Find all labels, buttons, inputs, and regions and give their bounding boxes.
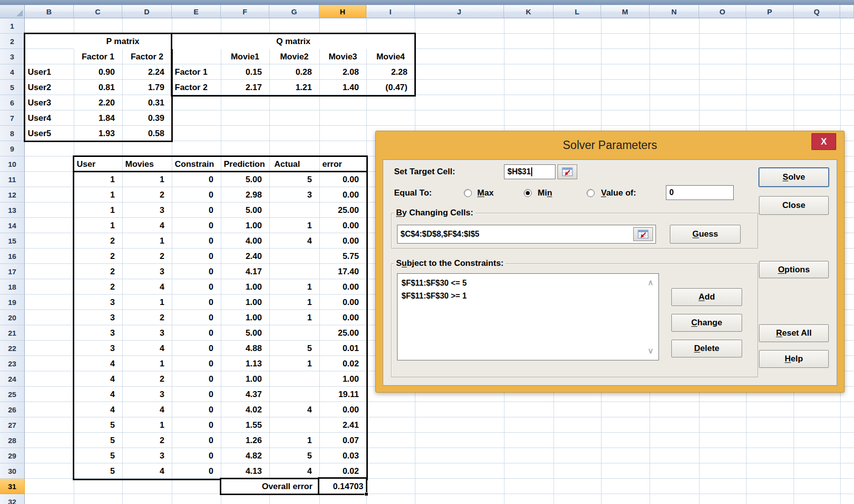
column-header[interactable]: M	[601, 5, 650, 18]
active-cell-h31[interactable]: 0.14703	[319, 479, 366, 494]
row-header[interactable]: 27	[0, 417, 25, 433]
column-header[interactable]: I	[366, 5, 415, 18]
column-header[interactable]: L	[553, 5, 601, 18]
row-header[interactable]: 28	[0, 433, 25, 448]
column-header[interactable]: Q	[794, 5, 840, 18]
row-header[interactable]: 16	[0, 249, 25, 264]
min-radio[interactable]	[524, 189, 532, 197]
table-row[interactable]: User5 1.93 0.58	[25, 126, 172, 141]
min-radio-label[interactable]: Min	[538, 188, 552, 198]
row-header[interactable]: 5	[0, 80, 25, 95]
table-row[interactable]: 1 1 0 5.00 5 0.00	[74, 172, 366, 187]
table-row[interactable]: 3 3 0 5.00 25.00	[74, 325, 366, 341]
table-row[interactable]: 2 2 0 2.40 5.75	[74, 249, 366, 264]
column-header[interactable]: F	[221, 5, 269, 18]
table-row[interactable]: Factor 1 0.15 0.28 2.08 2.28	[172, 64, 415, 80]
table-row[interactable]: 3 1 0 1.00 1 0.00	[74, 295, 366, 310]
close-button[interactable]: Close	[759, 196, 829, 215]
table-row[interactable]: 2 3 0 4.17 17.40	[74, 264, 366, 279]
help-button[interactable]: Help	[759, 350, 829, 368]
range-selector-button[interactable]	[557, 164, 577, 179]
row-header[interactable]: 19	[0, 295, 25, 310]
table-row[interactable]: 5 4 0 4.13 4 0.02	[74, 463, 366, 479]
table-row[interactable]: 4 1 0 1.13 1 0.02	[74, 356, 366, 371]
row-header[interactable]: 7	[0, 110, 25, 126]
reset-all-button[interactable]: Reset All	[759, 324, 829, 342]
scroll-up-icon[interactable]: ∧	[648, 279, 653, 287]
value-of-radio[interactable]	[587, 189, 595, 197]
target-cell-input[interactable]: $H$31	[504, 164, 555, 179]
row-header[interactable]: 26	[0, 402, 25, 417]
row-header[interactable]: 25	[0, 387, 25, 402]
close-icon[interactable]: X	[811, 133, 836, 150]
row-header[interactable]: 10	[0, 156, 25, 172]
delete-button[interactable]: Delete	[671, 340, 742, 357]
row-header[interactable]: 29	[0, 448, 25, 463]
add-button[interactable]: Add	[671, 288, 742, 306]
constraints-list[interactable]: $F$11:$F$30 <= 5 $F$11:$F$30 >= 1 ∧ ∨	[397, 273, 659, 360]
row-header[interactable]: 9	[0, 141, 25, 156]
row-header[interactable]: 6	[0, 95, 25, 110]
table-row[interactable]: 1 4 0 1.00 1 0.00	[74, 218, 366, 233]
column-header[interactable]: B	[25, 5, 74, 18]
table-row[interactable]: User4 1.84 0.39	[25, 110, 172, 126]
column-header[interactable]: O	[699, 5, 746, 18]
row-header[interactable]: 2	[0, 34, 25, 49]
table-row[interactable]: 5 2 0 1.26 1 0.07	[74, 433, 366, 448]
table-row[interactable]: 2 4 0 1.00 1 0.00	[74, 279, 366, 295]
row-header[interactable]: 11	[0, 172, 25, 187]
table-row[interactable]: 4 4 0 4.02 4 0.00	[74, 402, 366, 417]
solve-button[interactable]: Solve	[759, 168, 829, 187]
table-row[interactable]: User2 0.81 1.79	[25, 80, 172, 95]
table-row[interactable]: 5 3 0 4.82 5 0.03	[74, 448, 366, 463]
column-header[interactable]: H	[319, 5, 366, 18]
row-header[interactable]: 17	[0, 264, 25, 279]
table-row[interactable]: Factor 2 2.17 1.21 1.40 (0.47)	[172, 80, 415, 95]
table-row[interactable]: 3 4 0 4.88 5 0.01	[74, 341, 366, 356]
column-header[interactable]: K	[504, 5, 553, 18]
constraint-item[interactable]: $F$11:$F$30 <= 5	[402, 277, 654, 290]
table-row[interactable]: User1 0.90 2.24	[25, 64, 172, 80]
row-header[interactable]: 22	[0, 341, 25, 356]
changing-cells-input[interactable]: $C$4:$D$8,$F$4:$I$5	[397, 225, 656, 244]
row-header[interactable]: 4	[0, 64, 25, 80]
row-header[interactable]: 8	[0, 126, 25, 141]
row-header[interactable]: 3	[0, 49, 25, 64]
column-header[interactable]: N	[650, 5, 699, 18]
value-of-input[interactable]: 0	[666, 185, 734, 200]
column-header[interactable]: P	[746, 5, 794, 18]
table-row[interactable]: 4 2 0 1.00 1.00	[74, 371, 366, 387]
scroll-down-icon[interactable]: ∨	[648, 347, 653, 355]
column-header[interactable]: E	[172, 5, 221, 18]
table-row[interactable]: 2 1 0 4.00 4 0.00	[74, 233, 366, 249]
table-row[interactable]: 4 3 0 4.37 19.11	[74, 387, 366, 402]
row-header[interactable]: 15	[0, 233, 25, 249]
column-header[interactable]: G	[269, 5, 319, 18]
row-header[interactable]: 12	[0, 187, 25, 202]
table-row[interactable]: User3 2.20 0.31	[25, 95, 172, 110]
row-header[interactable]: 21	[0, 325, 25, 341]
column-header[interactable]: J	[415, 5, 504, 18]
max-radio-label[interactable]: Max	[477, 188, 494, 198]
row-header[interactable]: 14	[0, 218, 25, 233]
value-of-radio-label[interactable]: Value of:	[601, 188, 636, 198]
table-row[interactable]: 1 2 0 2.98 3 0.00	[74, 187, 366, 202]
table-row[interactable]: 1 3 0 5.00 25.00	[74, 202, 366, 218]
row-header[interactable]: 1	[0, 18, 25, 34]
column-header[interactable]: C	[74, 5, 122, 18]
row-header[interactable]: 31	[0, 479, 25, 494]
table-row[interactable]: 3 2 0 1.00 1 0.00	[74, 310, 366, 325]
row-header[interactable]: 18	[0, 279, 25, 295]
row-header[interactable]: 24	[0, 371, 25, 387]
row-header[interactable]: 30	[0, 463, 25, 479]
constraint-item[interactable]: $F$11:$F$30 >= 1	[402, 290, 654, 302]
column-header[interactable]: D	[122, 5, 172, 18]
options-button[interactable]: Options	[759, 261, 829, 278]
table-row[interactable]: 5 1 0 1.55 2.41	[74, 417, 366, 433]
range-selector-button[interactable]	[633, 227, 653, 241]
change-button[interactable]: Change	[671, 314, 742, 332]
max-radio[interactable]	[464, 189, 472, 197]
row-header[interactable]: 32	[0, 494, 25, 504]
select-all-corner[interactable]	[0, 5, 25, 18]
row-header[interactable]: 13	[0, 202, 25, 218]
